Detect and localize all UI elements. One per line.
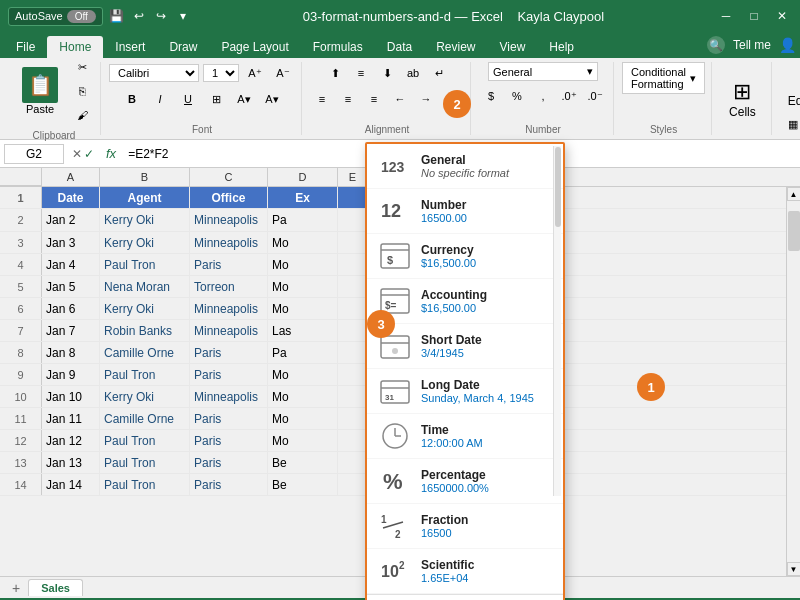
scroll-up-arrow[interactable]: ▲ — [787, 187, 801, 201]
grid-cell[interactable] — [338, 364, 368, 385]
text-orient-button[interactable]: ab — [401, 62, 425, 84]
tab-help[interactable]: Help — [537, 36, 586, 58]
grid-cell[interactable] — [338, 209, 368, 231]
wrap-text-button[interactable]: ↵ — [427, 62, 451, 84]
increase-indent-button[interactable]: → — [414, 88, 438, 110]
grid-cell[interactable]: Paris — [190, 408, 268, 429]
grid-cell[interactable]: Mo — [268, 298, 338, 319]
percent-style-button[interactable]: % — [505, 85, 529, 107]
decrease-indent-button[interactable]: ← — [388, 88, 412, 110]
grid-cell[interactable] — [338, 386, 368, 407]
italic-button[interactable]: I — [148, 88, 172, 110]
bold-button[interactable]: B — [120, 88, 144, 110]
align-middle-button[interactable]: ≡ — [349, 62, 373, 84]
grid-cell[interactable]: Paul Tron — [100, 430, 190, 451]
grid-cell[interactable]: Jan 12 — [42, 430, 100, 451]
grid-cell[interactable]: Agent — [100, 187, 190, 208]
cancel-formula-icon[interactable]: ✕ — [72, 147, 82, 161]
grid-cell[interactable]: Date — [42, 187, 100, 208]
copy-button[interactable]: ⎘ — [70, 80, 94, 102]
grid-cell[interactable]: Mo — [268, 364, 338, 385]
grid-cell[interactable]: Jan 5 — [42, 276, 100, 297]
grid-cell[interactable]: Paris — [190, 430, 268, 451]
scroll-track[interactable] — [787, 201, 800, 562]
grid-cell[interactable] — [338, 254, 368, 275]
grid-cell[interactable]: Jan 14 — [42, 474, 100, 495]
grid-cell[interactable]: Mo — [268, 232, 338, 253]
format-number-item[interactable]: 12 Number 16500.00 — [367, 189, 563, 234]
grid-cell[interactable]: Nena Moran — [100, 276, 190, 297]
popup-scrollbar[interactable] — [553, 146, 561, 496]
grid-cell[interactable]: Mo — [268, 254, 338, 275]
grid-cell[interactable] — [338, 276, 368, 297]
border-button[interactable]: ⊞ — [204, 88, 228, 110]
grid-cell[interactable] — [338, 342, 368, 363]
font-size-select[interactable]: 14 — [203, 64, 239, 82]
search-icon[interactable]: 🔍 — [707, 36, 725, 54]
col-header-d[interactable]: D — [268, 168, 338, 186]
grid-cell[interactable] — [338, 187, 368, 208]
grid-cell[interactable]: Jan 13 — [42, 452, 100, 473]
grid-cell[interactable]: Minneapolis — [190, 386, 268, 407]
col-header-c[interactable]: C — [190, 168, 268, 186]
grid-cell[interactable] — [338, 320, 368, 341]
grid-cell[interactable]: Jan 2 — [42, 209, 100, 231]
grid-cell[interactable]: Kerry Oki — [100, 232, 190, 253]
grid-cell[interactable]: Mo — [268, 408, 338, 429]
format-time-item[interactable]: Time 12:00:00 AM — [367, 414, 563, 459]
align-left-button[interactable]: ≡ — [310, 88, 334, 110]
grid-cell[interactable]: Be — [268, 474, 338, 495]
grid-cell[interactable]: Paris — [190, 452, 268, 473]
number-format-selector[interactable]: General ▾ — [488, 62, 598, 81]
grid-cell[interactable]: Minneapolis — [190, 320, 268, 341]
grid-cell[interactable]: Mo — [268, 430, 338, 451]
grid-cell[interactable]: Jan 11 — [42, 408, 100, 429]
cell-reference-box[interactable]: G2 — [4, 144, 64, 164]
underline-button[interactable]: U — [176, 88, 200, 110]
share-icon[interactable]: 👤 — [779, 37, 796, 53]
grid-cell[interactable]: Pa — [268, 209, 338, 231]
format-currency-item[interactable]: $ Currency $16,500.00 — [367, 234, 563, 279]
editing-button[interactable]: Σ Editing — [780, 62, 800, 112]
undo-icon[interactable]: ↩ — [131, 8, 147, 24]
tab-file[interactable]: File — [4, 36, 47, 58]
scroll-down-arrow[interactable]: ▼ — [787, 562, 801, 576]
format-accounting-item[interactable]: $= Accounting $16,500.00 — [367, 279, 563, 324]
tab-review[interactable]: Review — [424, 36, 487, 58]
maximize-button[interactable]: □ — [744, 6, 764, 26]
grid-cell[interactable]: Kerry Oki — [100, 298, 190, 319]
grid-cell[interactable]: Mo — [268, 386, 338, 407]
add-sheet-button[interactable]: + — [4, 578, 28, 598]
vertical-scrollbar[interactable]: ▲ ▼ — [786, 187, 800, 576]
popup-scroll-thumb[interactable] — [555, 147, 561, 227]
grid-cell[interactable]: Jan 4 — [42, 254, 100, 275]
fill-button[interactable]: ▦ — [781, 114, 800, 136]
tab-draw[interactable]: Draw — [157, 36, 209, 58]
align-right-button[interactable]: ≡ — [362, 88, 386, 110]
scroll-thumb[interactable] — [788, 211, 800, 251]
grid-cell[interactable]: Paul Tron — [100, 364, 190, 385]
grid-cell[interactable]: Office — [190, 187, 268, 208]
format-scientific-item[interactable]: 10 2 Scientific 1.65E+04 — [367, 549, 563, 594]
decrease-decimal-button[interactable]: .0⁻ — [583, 85, 607, 107]
grid-cell[interactable]: Pa — [268, 342, 338, 363]
grid-cell[interactable]: Las — [268, 320, 338, 341]
sheet-tab-sales[interactable]: Sales — [28, 579, 83, 596]
grid-cell[interactable] — [338, 298, 368, 319]
paste-button[interactable]: 📋 Paste — [14, 63, 66, 119]
format-short-date-item[interactable]: Short Date 3/4/1945 — [367, 324, 563, 369]
grid-cell[interactable]: Jan 10 — [42, 386, 100, 407]
grid-cell[interactable] — [338, 474, 368, 495]
decrease-font-button[interactable]: A⁻ — [271, 62, 295, 84]
col-header-a[interactable]: A — [42, 168, 100, 186]
align-top-button[interactable]: ⬆ — [323, 62, 347, 84]
grid-cell[interactable]: Paul Tron — [100, 474, 190, 495]
redo-icon[interactable]: ↪ — [153, 8, 169, 24]
format-percentage-item[interactable]: % Percentage 1650000.00% — [367, 459, 563, 504]
grid-cell[interactable]: Camille Orne — [100, 408, 190, 429]
tab-data[interactable]: Data — [375, 36, 424, 58]
format-painter-button[interactable]: 🖌 — [70, 104, 94, 126]
grid-cell[interactable]: Mo — [268, 276, 338, 297]
grid-cell[interactable] — [338, 430, 368, 451]
tab-home[interactable]: Home — [47, 36, 103, 58]
